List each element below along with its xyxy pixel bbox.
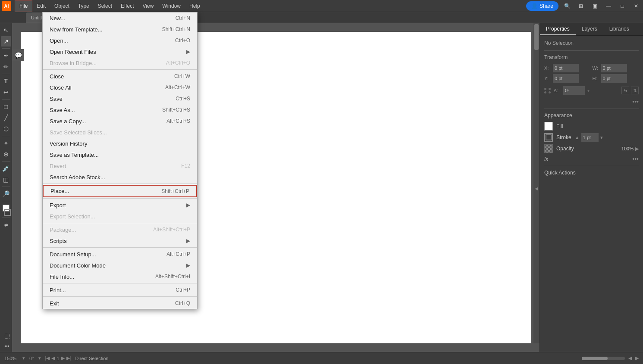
transform-grid: X: W: Y: H: bbox=[544, 64, 639, 83]
menu-select[interactable]: Select bbox=[94, 0, 116, 12]
angle-dropdown-status[interactable]: ▾ bbox=[38, 355, 41, 361]
angle-dropdown[interactable]: ▾ bbox=[587, 88, 590, 93]
next-page[interactable]: ▶ bbox=[61, 355, 65, 361]
angle-control[interactable]: 0° bbox=[29, 356, 34, 361]
menu-file[interactable]: File bbox=[15, 0, 32, 12]
appearance-section-title: Appearance bbox=[544, 112, 639, 118]
menu-item-doc-color[interactable]: Document Color Mode ▶ bbox=[43, 260, 197, 271]
menu-item-save-template[interactable]: Save as Template... bbox=[43, 149, 197, 160]
tool-pen[interactable]: ✒ bbox=[1, 50, 11, 61]
tool-line[interactable]: ╱ bbox=[1, 112, 11, 123]
menu-item-place[interactable]: Place... Shift+Ctrl+P bbox=[43, 185, 197, 197]
stroke-swatch[interactable] bbox=[544, 133, 553, 142]
menu-type[interactable]: Type bbox=[74, 0, 94, 12]
flip-h-button[interactable]: ⇆ bbox=[621, 87, 629, 94]
tool-separator-5 bbox=[2, 161, 10, 162]
menu-item-print[interactable]: Print... Ctrl+P bbox=[43, 284, 197, 296]
menu-item-version-history[interactable]: Version History bbox=[43, 138, 197, 149]
menu-sep-6 bbox=[43, 283, 197, 283]
tab-properties[interactable]: Properties bbox=[540, 23, 576, 35]
stroke-input[interactable] bbox=[581, 133, 599, 142]
menu-item-file-info[interactable]: File Info... Alt+Shift+Ctrl+I bbox=[43, 271, 197, 282]
tool-more[interactable]: ••• bbox=[2, 341, 12, 351]
fill-swatch[interactable] bbox=[544, 122, 553, 131]
next-page-last[interactable]: ▶| bbox=[66, 355, 71, 361]
menu-item-doc-setup[interactable]: Document Setup... Alt+Ctrl+P bbox=[43, 249, 197, 260]
panels-button[interactable]: ⊞ bbox=[576, 1, 586, 11]
menu-item-close[interactable]: Close Ctrl+W bbox=[43, 71, 197, 82]
menu-item-export-label: Export bbox=[50, 202, 66, 208]
opacity-expand[interactable]: ▶ bbox=[635, 146, 639, 152]
tool-type[interactable]: T bbox=[1, 76, 11, 86]
stroke-control: ▲ ▾ bbox=[575, 133, 603, 142]
menu-item-new-label: New... bbox=[50, 15, 65, 22]
close-window-button[interactable]: ✕ bbox=[631, 1, 641, 11]
menu-window[interactable]: Window bbox=[158, 0, 185, 12]
menu-item-export[interactable]: Export ▶ bbox=[43, 199, 197, 211]
stroke-color[interactable] bbox=[4, 209, 11, 216]
panel-collapse-handle[interactable]: ◀ bbox=[533, 182, 539, 195]
tool-selection[interactable]: ↖ bbox=[1, 25, 11, 35]
menu-item-search-stock[interactable]: Search Adobe Stock... bbox=[43, 171, 197, 183]
tool-artboard[interactable]: ⬚ bbox=[2, 330, 12, 341]
prev-page[interactable]: ◀ bbox=[51, 355, 55, 361]
tool-pencil[interactable]: ✏ bbox=[1, 62, 11, 72]
menu-sep-1 bbox=[43, 69, 197, 70]
menu-item-open[interactable]: Open... Ctrl+O bbox=[43, 35, 197, 46]
tool-rectangle[interactable]: ◻ bbox=[1, 101, 11, 112]
x-input[interactable] bbox=[553, 64, 579, 72]
menu-object[interactable]: Object bbox=[50, 0, 74, 12]
tool-direct-selection[interactable]: ↗ bbox=[1, 36, 11, 47]
menu-item-open-recent[interactable]: Open Recent Files ▶ bbox=[43, 46, 197, 57]
tool-gradient[interactable]: ◫ bbox=[1, 174, 11, 185]
menu-help[interactable]: Help bbox=[185, 0, 204, 12]
menu-item-save-as[interactable]: Save As... Shift+Ctrl+S bbox=[43, 104, 197, 115]
zoom-input[interactable] bbox=[4, 356, 21, 361]
doc-color-arrow: ▶ bbox=[186, 262, 190, 268]
zoom-dropdown[interactable]: ▾ bbox=[22, 355, 25, 361]
search-button[interactable]: 🔍 bbox=[562, 1, 572, 11]
menu-item-scripts[interactable]: Scripts ▶ bbox=[43, 235, 197, 246]
stroke-dropdown[interactable]: ▾ bbox=[600, 135, 603, 140]
menu-item-new-template[interactable]: New from Template... Shift+Ctrl+N bbox=[43, 24, 197, 35]
menu-view[interactable]: View bbox=[138, 0, 158, 12]
tab-libraries[interactable]: Libraries bbox=[603, 23, 635, 35]
tool-zoom[interactable]: 🔎 bbox=[1, 189, 11, 199]
tool-swap[interactable]: ⇄ bbox=[1, 220, 11, 230]
tool-transform[interactable]: ⌖ bbox=[1, 138, 11, 148]
menu-item-close-label: Close bbox=[50, 73, 64, 80]
menu-item-package-label: Package... bbox=[50, 227, 76, 233]
flip-v-button[interactable]: ⇅ bbox=[631, 87, 639, 94]
status-right: ◀ ▶ bbox=[582, 355, 639, 361]
fx-more-button[interactable]: ••• bbox=[632, 156, 639, 162]
menu-effect[interactable]: Effect bbox=[116, 0, 138, 12]
minimize-button[interactable]: — bbox=[603, 1, 614, 11]
menu-item-close-all[interactable]: Close All Alt+Ctrl+W bbox=[43, 82, 197, 93]
tool-polygon[interactable]: ⬡ bbox=[1, 124, 11, 134]
menu-item-save[interactable]: Save Ctrl+S bbox=[43, 93, 197, 104]
w-input[interactable] bbox=[601, 64, 627, 72]
arrange-button[interactable]: ▣ bbox=[590, 1, 600, 11]
status-arrow-left[interactable]: ◀ bbox=[628, 355, 632, 361]
transform-more-button[interactable]: ••• bbox=[632, 98, 639, 105]
y-input[interactable] bbox=[553, 74, 579, 83]
tool-blend[interactable]: ⊕ bbox=[1, 149, 11, 159]
menu-item-save-copy[interactable]: Save a Copy... Alt+Ctrl+S bbox=[43, 115, 197, 127]
status-arrow-right[interactable]: ▶ bbox=[635, 355, 639, 361]
menu-sep-7 bbox=[43, 296, 197, 297]
prev-page-first[interactable]: |◀ bbox=[45, 355, 50, 361]
menu-item-export-selection-label: Export Selection... bbox=[50, 213, 95, 220]
angle-input[interactable] bbox=[563, 86, 585, 95]
tab-layers[interactable]: Layers bbox=[576, 23, 603, 35]
tool-eyedropper[interactable]: 💉 bbox=[1, 163, 11, 174]
menu-item-exit[interactable]: Exit Ctrl+Q bbox=[43, 298, 197, 309]
menu-item-new[interactable]: New... Ctrl+N bbox=[43, 12, 197, 24]
share-button[interactable]: 👤 Share bbox=[526, 1, 558, 11]
h-input[interactable] bbox=[601, 74, 627, 83]
menu-edit[interactable]: Edit bbox=[32, 0, 50, 12]
stroke-up[interactable]: ▲ bbox=[575, 135, 580, 140]
maximize-button[interactable]: □ bbox=[617, 1, 627, 11]
tool-path-eraser[interactable]: ↩ bbox=[1, 87, 11, 97]
scrollbar-thumb[interactable] bbox=[534, 24, 539, 50]
comment-icon[interactable]: 💬 bbox=[12, 49, 24, 61]
